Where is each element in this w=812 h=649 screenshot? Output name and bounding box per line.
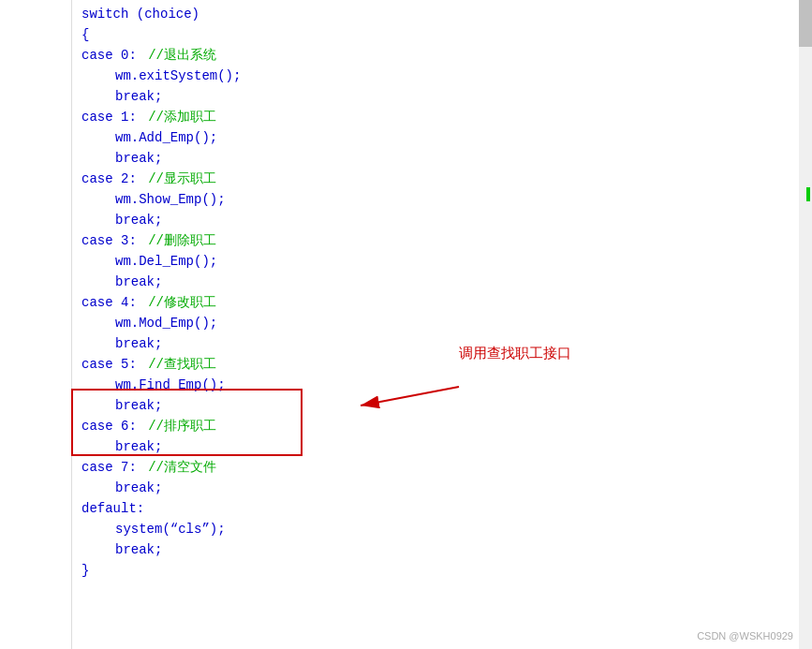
code-container: switch (choice) { case 0: //退出系统 wm.exit… [0, 0, 812, 649]
code-line-16: wm.Mod_Emp(); [0, 313, 787, 333]
watermark: CSDN @WSKH0929 [697, 630, 793, 642]
code-line-4: wm.exitSystem(); [0, 66, 787, 86]
code-line-26: system(“cls”); [0, 519, 787, 539]
code-line-25: default: [0, 498, 787, 519]
code-line-23: case 7: //清空文件 [0, 457, 787, 478]
scrollbar-accent [806, 187, 810, 201]
scrollbar[interactable] [799, 0, 812, 649]
line-text-2: { [78, 24, 89, 45]
code-line-5: break; [0, 86, 787, 107]
code-line-9: case 2: //显示职工 [0, 169, 787, 189]
scrollbar-thumb[interactable] [799, 0, 812, 47]
code-line-24: break; [0, 478, 787, 498]
code-line-6: case 1: //添加职工 [0, 107, 787, 127]
svg-line-1 [361, 387, 459, 406]
code-line-12: case 3: //删除职工 [0, 230, 787, 251]
code-line-7: wm.Add_Emp(); [0, 127, 787, 148]
code-line-3: case 0: //退出系统 [0, 45, 787, 66]
code-line-2: { [0, 24, 787, 45]
code-line-15: case 4: //修改职工 [0, 292, 787, 313]
code-line-28: } [0, 560, 787, 581]
code-line-8: break; [0, 148, 787, 169]
line-text-1: switch (choice) [78, 4, 199, 24]
code-line-11: break; [0, 210, 787, 230]
code-area: switch (choice) { case 0: //退出系统 wm.exit… [0, 0, 787, 649]
code-line-27: break; [0, 539, 787, 560]
code-line-1: switch (choice) [0, 4, 787, 24]
code-line-10: wm.Show_Emp(); [0, 189, 787, 210]
code-line-22: break; [0, 436, 787, 457]
annotation-text: 调用查找职工接口 [459, 345, 571, 362]
code-line-13: wm.Del_Emp(); [0, 251, 787, 272]
code-line-14: break; [0, 272, 787, 292]
